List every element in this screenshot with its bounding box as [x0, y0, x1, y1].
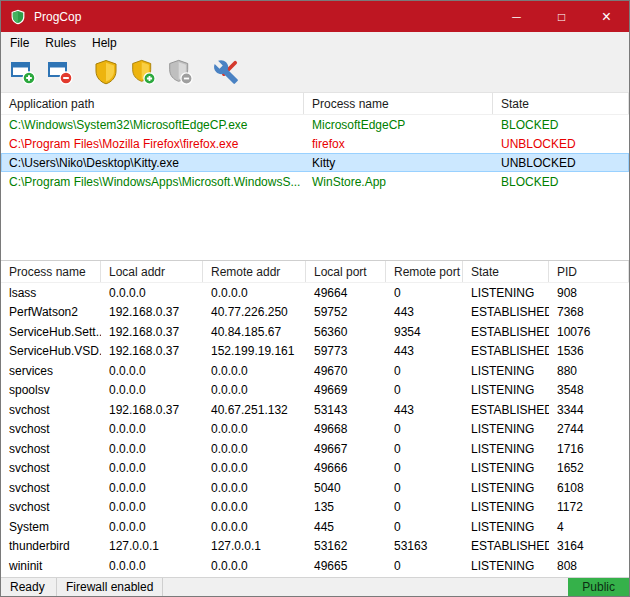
connection-local-addr: 0.0.0.0 — [101, 422, 203, 436]
connection-row[interactable]: System0.0.0.00.0.0.04450LISTENING4 — [1, 517, 629, 537]
maximize-button[interactable]: □ — [539, 1, 584, 32]
connections-col-pid[interactable]: PID — [549, 261, 629, 282]
block-rule-button[interactable] — [165, 58, 195, 88]
connection-local-addr: 0.0.0.0 — [101, 364, 203, 378]
menu-help[interactable]: Help — [84, 32, 125, 54]
connection-process: svchost — [1, 461, 101, 475]
app-shield-icon — [10, 9, 26, 25]
programs-col-application-path[interactable]: Application path — [1, 93, 304, 114]
allow-rule-button[interactable] — [128, 58, 158, 88]
connection-local-addr: 127.0.0.1 — [101, 539, 203, 553]
connection-process: System — [1, 520, 101, 534]
connection-state: ESTABLISHED — [463, 325, 549, 339]
program-state: UNBLOCKED — [493, 156, 629, 170]
connection-remote-addr: 0.0.0.0 — [203, 442, 306, 456]
connection-remote-addr: 152.199.19.161 — [203, 344, 306, 358]
connection-state: ESTABLISHED — [463, 403, 549, 417]
connection-remote-port: 0 — [386, 442, 463, 456]
minimize-button[interactable]: ─ — [494, 1, 539, 32]
program-row[interactable]: C:\Users\Niko\Desktop\Kitty.exeKittyUNBL… — [1, 153, 629, 172]
connection-pid: 880 — [549, 364, 629, 378]
settings-button[interactable] — [211, 58, 241, 88]
connection-local-port: 49669 — [306, 383, 386, 397]
program-process: MicrosoftEdgeCP — [304, 118, 493, 132]
connection-process: spoolsv — [1, 383, 101, 397]
menu-rules[interactable]: Rules — [37, 32, 84, 54]
connection-pid: 2744 — [549, 422, 629, 436]
status-firewall-label: Firewall enabled — [66, 580, 153, 594]
program-path: C:\Users\Niko\Desktop\Kitty.exe — [1, 156, 304, 170]
program-path: C:\Program Files\WindowsApps\Microsoft.W… — [1, 175, 304, 189]
connection-remote-addr: 0.0.0.0 — [203, 383, 306, 397]
tools-icon — [213, 59, 239, 88]
connection-remote-port: 443 — [386, 305, 463, 319]
connection-local-addr: 192.168.0.37 — [101, 403, 203, 417]
connection-row[interactable]: thunderbird127.0.0.1127.0.0.15316253163E… — [1, 537, 629, 557]
shield-minus-icon — [167, 59, 193, 88]
connection-pid: 1652 — [549, 461, 629, 475]
connection-local-port: 445 — [306, 520, 386, 534]
connection-pid: 3548 — [549, 383, 629, 397]
connection-pid: 3164 — [549, 539, 629, 553]
programs-col-process-name[interactable]: Process name — [304, 93, 493, 114]
connection-local-addr: 192.168.0.37 — [101, 325, 203, 339]
connection-process: svchost — [1, 500, 101, 514]
connection-row[interactable]: lsass0.0.0.00.0.0.0496640LISTENING908 — [1, 283, 629, 303]
progcop-window: ProgCop ─ □ × FileRulesHelp — [0, 0, 630, 597]
connection-row[interactable]: PerfWatson2192.168.0.3740.77.226.2505975… — [1, 303, 629, 323]
close-button[interactable]: × — [584, 1, 629, 32]
connection-local-addr: 0.0.0.0 — [101, 481, 203, 495]
connection-pid: 1536 — [549, 344, 629, 358]
connection-row[interactable]: svchost0.0.0.00.0.0.0496670LISTENING1716 — [1, 439, 629, 459]
program-row[interactable]: C:\Windows\System32\MicrosoftEdgeCP.exeM… — [1, 115, 629, 134]
connection-row[interactable]: svchost192.168.0.3740.67.251.13253143443… — [1, 400, 629, 420]
connection-pid: 3344 — [549, 403, 629, 417]
connection-row[interactable]: svchost0.0.0.00.0.0.050400LISTENING6108 — [1, 478, 629, 498]
connections-col-local-port[interactable]: Local port — [306, 261, 386, 282]
connections-col-remote-port[interactable]: Remote port — [386, 261, 463, 282]
connection-local-port: 5040 — [306, 481, 386, 495]
connections-col-local-addr[interactable]: Local addr — [101, 261, 203, 282]
program-row[interactable]: C:\Program Files\Mozilla Firefox\firefox… — [1, 134, 629, 153]
connection-row[interactable]: spoolsv0.0.0.00.0.0.0496690LISTENING3548 — [1, 381, 629, 401]
menubar: FileRulesHelp — [1, 32, 629, 54]
connection-state: ESTABLISHED — [463, 305, 549, 319]
programs-panel: Application pathProcess nameState C:\Win… — [1, 92, 629, 260]
connection-process: svchost — [1, 442, 101, 456]
programs-col-state[interactable]: State — [493, 93, 629, 114]
firewall-shield-button[interactable] — [91, 58, 121, 88]
program-row[interactable]: C:\Program Files\WindowsApps\Microsoft.W… — [1, 172, 629, 191]
connection-process: svchost — [1, 422, 101, 436]
window-plus-icon — [10, 59, 36, 88]
connection-remote-addr: 0.0.0.0 — [203, 520, 306, 534]
window-minus-icon — [47, 59, 73, 88]
connection-row[interactable]: ServiceHub.VSD...192.168.0.37152.199.19.… — [1, 342, 629, 362]
connection-remote-port: 9354 — [386, 325, 463, 339]
status-network-profile: Public — [568, 578, 629, 596]
remove-program-button[interactable] — [45, 58, 75, 88]
connection-row[interactable]: wininit0.0.0.00.0.0.0496650LISTENING808 — [1, 556, 629, 576]
titlebar[interactable]: ProgCop ─ □ × — [1, 1, 629, 32]
window-title: ProgCop — [34, 10, 81, 24]
connections-col-process-name[interactable]: Process name — [1, 261, 101, 282]
connections-col-state[interactable]: State — [463, 261, 549, 282]
connection-row[interactable]: services0.0.0.00.0.0.0496700LISTENING880 — [1, 361, 629, 381]
program-state: BLOCKED — [493, 175, 629, 189]
connection-row[interactable]: svchost0.0.0.00.0.0.01350LISTENING1172 — [1, 498, 629, 518]
connection-remote-addr: 40.77.226.250 — [203, 305, 306, 319]
connection-row[interactable]: ServiceHub.Sett...192.168.0.3740.84.185.… — [1, 322, 629, 342]
menu-file[interactable]: File — [2, 32, 37, 54]
connection-local-addr: 0.0.0.0 — [101, 461, 203, 475]
add-program-button[interactable] — [8, 58, 38, 88]
connection-local-port: 135 — [306, 500, 386, 514]
connection-pid: 10076 — [549, 325, 629, 339]
connection-row[interactable]: svchost0.0.0.00.0.0.0496660LISTENING1652 — [1, 459, 629, 479]
connection-remote-port: 0 — [386, 422, 463, 436]
connection-local-port: 49670 — [306, 364, 386, 378]
connection-local-addr: 0.0.0.0 — [101, 500, 203, 514]
connection-pid: 1172 — [549, 500, 629, 514]
connections-col-remote-addr[interactable]: Remote addr — [203, 261, 306, 282]
connection-process: thunderbird — [1, 539, 101, 553]
connection-pid: 1716 — [549, 442, 629, 456]
connection-row[interactable]: svchost0.0.0.00.0.0.0496680LISTENING2744 — [1, 420, 629, 440]
